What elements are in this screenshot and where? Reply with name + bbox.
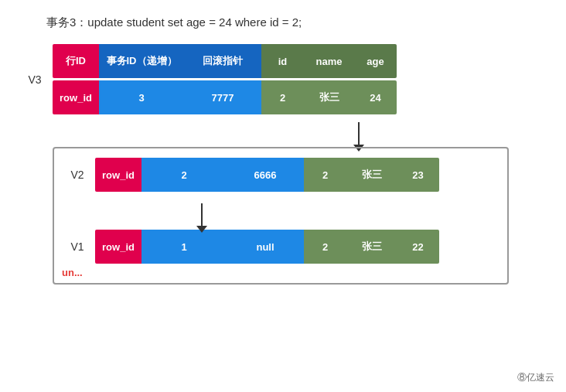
- v3-trxid: 3: [99, 80, 184, 114]
- v2-label: V2: [66, 169, 89, 181]
- v1-data-row: row_id 1 null 2 张三 22: [95, 230, 439, 264]
- v1-label: V1: [66, 240, 89, 253]
- v2-age: 23: [397, 158, 439, 192]
- v3-rowid: row_id: [53, 80, 99, 114]
- arrow-v2-to-v1: [66, 203, 496, 227]
- page-title: 事务3：update student set age = 24 where id…: [46, 15, 543, 30]
- v1-name: 张三: [346, 230, 397, 264]
- v2-container: V2 row_id 2 6666 2 张三 23: [66, 158, 496, 192]
- v2-data-row: row_id 2 6666 2 张三 23: [95, 158, 439, 192]
- v1-rowid: row_id: [95, 230, 142, 264]
- v3-data-row: row_id 3 7777 2 张三 24: [53, 80, 397, 114]
- v1-trxid: 1: [142, 230, 227, 264]
- v2-rollptr: 6666: [227, 158, 304, 192]
- undo-log-box: V2 row_id 2 6666 2 张三 23 V1 row_id 1 nul…: [53, 147, 509, 285]
- v3-rollptr: 7777: [184, 80, 261, 114]
- header-rowid: 行ID: [53, 44, 99, 78]
- v3-container: V3 行ID 事务ID（递增） 回滚指针 id name age row_id …: [23, 44, 543, 114]
- arrow-line-2: [201, 203, 203, 227]
- watermark: ⑧亿速云: [517, 371, 554, 384]
- v2-rowid: row_id: [95, 158, 142, 192]
- v3-id: 2: [261, 80, 304, 114]
- v3-label: V3: [23, 73, 46, 86]
- arrow-line-1: [358, 122, 360, 145]
- arrow-v3-to-v2: [53, 122, 543, 145]
- v2-name: 张三: [346, 158, 397, 192]
- v1-rollptr: null: [227, 230, 304, 264]
- header-row: 行ID 事务ID（递增） 回滚指针 id name age: [53, 44, 397, 78]
- header-age: age: [354, 44, 397, 78]
- v1-container: V1 row_id 1 null 2 张三 22: [66, 230, 496, 264]
- header-id: id: [261, 44, 304, 78]
- v2-trxid: 2: [142, 158, 227, 192]
- page-container: 事务3：update student set age = 24 where id…: [0, 0, 566, 392]
- header-trxid: 事务ID（递增）: [99, 44, 184, 78]
- undo-label: un...: [62, 267, 83, 278]
- v3-age: 24: [354, 80, 397, 114]
- v3-name: 张三: [304, 80, 354, 114]
- v1-id: 2: [304, 230, 346, 264]
- header-name: name: [304, 44, 354, 78]
- v2-id: 2: [304, 158, 346, 192]
- header-rollptr: 回滚指针: [184, 44, 261, 78]
- v1-age: 22: [397, 230, 439, 264]
